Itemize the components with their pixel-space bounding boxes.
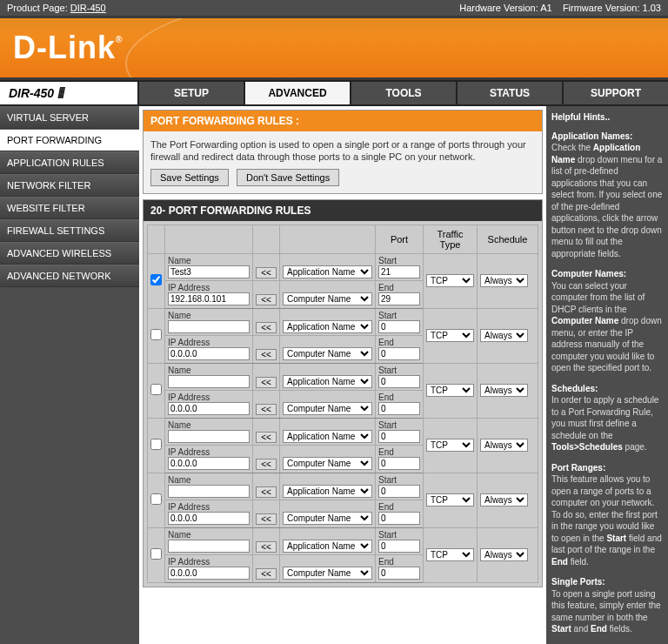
- traffic-select[interactable]: TCP: [426, 493, 474, 506]
- ip-input[interactable]: [168, 292, 250, 305]
- traffic-select[interactable]: TCP: [426, 274, 474, 287]
- product-label: Product Page:: [7, 3, 68, 13]
- row-enable-checkbox[interactable]: [150, 274, 162, 285]
- apply-comp-button[interactable]: <<: [256, 349, 277, 360]
- port-start-input[interactable]: [378, 485, 420, 498]
- table-row: Name<<Application NameStartTCPAlways: [148, 253, 538, 280]
- name-input[interactable]: [168, 265, 250, 278]
- name-label: Name: [168, 366, 250, 375]
- traffic-select[interactable]: TCP: [426, 384, 474, 397]
- app-name-select[interactable]: Application Name: [283, 540, 372, 553]
- apply-comp-button[interactable]: <<: [256, 459, 277, 470]
- port-end-input[interactable]: [378, 512, 420, 525]
- port-end-input[interactable]: [378, 567, 420, 580]
- help-title: Helpful Hints..: [551, 111, 663, 124]
- rules-table: Port Traffic Type Schedule Name<<Applica…: [147, 225, 538, 583]
- app-name-select[interactable]: Application Name: [283, 320, 372, 333]
- tab-support[interactable]: SUPPORT: [564, 82, 668, 104]
- ip-label: IP Address: [168, 447, 250, 457]
- comp-name-select[interactable]: Computer Name: [283, 512, 372, 525]
- comp-name-select[interactable]: Computer Name: [283, 402, 372, 415]
- name-label: Name: [168, 475, 250, 485]
- tab-advanced[interactable]: ADVANCED: [245, 82, 351, 104]
- app-name-select[interactable]: Application Name: [283, 485, 372, 498]
- start-label: Start: [378, 311, 420, 320]
- ip-input[interactable]: [168, 347, 250, 360]
- row-enable-checkbox[interactable]: [150, 439, 162, 450]
- apply-app-button[interactable]: <<: [256, 486, 277, 498]
- schedule-select[interactable]: Always: [480, 329, 528, 342]
- end-label: End: [378, 338, 420, 347]
- traffic-select[interactable]: TCP: [426, 439, 474, 452]
- sidebar-item-advanced-network[interactable]: ADVANCED NETWORK: [0, 265, 139, 287]
- name-input[interactable]: [168, 320, 250, 333]
- schedule-select[interactable]: Always: [480, 548, 528, 561]
- sidebar-item-advanced-wireless[interactable]: ADVANCED WIRELESS: [0, 242, 139, 265]
- port-end-input[interactable]: [378, 457, 420, 470]
- sidebar-item-website-filter[interactable]: WEBSITE FILTER: [0, 197, 139, 219]
- row-enable-checkbox[interactable]: [150, 493, 162, 505]
- app-name-select[interactable]: Application Name: [283, 375, 372, 388]
- ip-input[interactable]: [168, 567, 250, 580]
- sidebar-item-virtual-server[interactable]: VIRTUAL SERVER: [0, 106, 139, 129]
- apply-app-button[interactable]: <<: [256, 322, 277, 333]
- port-end-input[interactable]: [378, 347, 420, 360]
- ip-label: IP Address: [168, 502, 250, 512]
- port-start-input[interactable]: [378, 320, 420, 333]
- schedule-select[interactable]: Always: [480, 274, 528, 287]
- apply-comp-button[interactable]: <<: [256, 404, 277, 415]
- apply-app-button[interactable]: <<: [256, 432, 277, 443]
- sidebar-item-network-filter[interactable]: NETWORK FILTER: [0, 174, 139, 197]
- tab-status[interactable]: STATUS: [458, 82, 564, 104]
- row-enable-checkbox[interactable]: [150, 329, 162, 340]
- name-input[interactable]: [168, 375, 250, 388]
- tab-setup[interactable]: SETUP: [139, 82, 245, 104]
- name-input[interactable]: [168, 485, 250, 498]
- schedule-select[interactable]: Always: [480, 384, 528, 397]
- port-end-input[interactable]: [378, 402, 420, 415]
- product-link[interactable]: DIR-450: [70, 3, 106, 13]
- hw-label: Hardware Version:: [459, 3, 538, 13]
- comp-name-select[interactable]: Computer Name: [283, 347, 372, 360]
- brand-banner: D-Link®: [0, 16, 668, 80]
- apply-app-button[interactable]: <<: [256, 377, 277, 388]
- comp-name-select[interactable]: Computer Name: [283, 567, 372, 580]
- ip-input[interactable]: [168, 512, 250, 525]
- name-input[interactable]: [168, 430, 250, 443]
- apply-comp-button[interactable]: <<: [256, 513, 277, 525]
- ip-input[interactable]: [168, 402, 250, 415]
- brand-logo: D-Link®: [13, 30, 123, 66]
- name-input[interactable]: [168, 540, 250, 553]
- apply-comp-button[interactable]: <<: [256, 568, 277, 580]
- row-enable-checkbox[interactable]: [150, 548, 162, 560]
- traffic-select[interactable]: TCP: [426, 548, 474, 561]
- app-name-select[interactable]: Application Name: [283, 430, 372, 443]
- dont-save-button[interactable]: Don't Save Settings: [237, 169, 339, 186]
- start-label: Start: [378, 420, 420, 430]
- row-enable-checkbox[interactable]: [150, 384, 162, 395]
- port-start-input[interactable]: [378, 265, 420, 278]
- sidebar-item-port-forwarding[interactable]: PORT FORWARDING: [0, 129, 139, 151]
- port-start-input[interactable]: [378, 375, 420, 388]
- port-end-input[interactable]: [378, 292, 420, 305]
- apply-app-button[interactable]: <<: [256, 541, 277, 553]
- ip-input[interactable]: [168, 457, 250, 470]
- apply-comp-button[interactable]: <<: [256, 294, 277, 305]
- col-port: Port: [376, 225, 424, 253]
- ip-label: IP Address: [168, 392, 250, 402]
- name-label: Name: [168, 530, 250, 540]
- schedule-select[interactable]: Always: [480, 439, 528, 452]
- comp-name-select[interactable]: Computer Name: [283, 457, 372, 470]
- apply-app-button[interactable]: <<: [256, 267, 277, 278]
- app-name-select[interactable]: Application Name: [283, 265, 372, 278]
- save-button[interactable]: Save Settings: [150, 169, 229, 186]
- tab-tools[interactable]: TOOLS: [351, 82, 458, 104]
- traffic-select[interactable]: TCP: [426, 329, 474, 342]
- comp-name-select[interactable]: Computer Name: [283, 292, 372, 305]
- sidebar-item-application-rules[interactable]: APPLICATION RULES: [0, 151, 139, 174]
- sidebar-item-firewall-settings[interactable]: FIREWALL SETTINGS: [0, 219, 139, 242]
- port-start-input[interactable]: [378, 430, 420, 443]
- rules-title: 20- PORT FORWARDING RULES: [144, 200, 542, 221]
- port-start-input[interactable]: [378, 540, 420, 553]
- schedule-select[interactable]: Always: [480, 493, 528, 506]
